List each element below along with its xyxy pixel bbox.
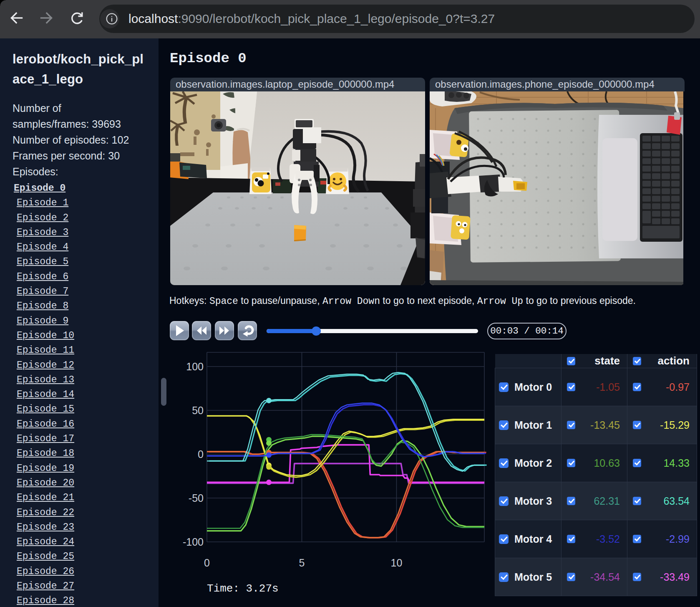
svg-text:0: 0 <box>198 448 204 460</box>
svg-text:100: 100 <box>186 361 204 372</box>
svg-text:50: 50 <box>192 405 204 416</box>
svg-text:-100: -100 <box>183 536 204 548</box>
svg-text:5: 5 <box>299 557 305 569</box>
svg-text:-50: -50 <box>189 492 204 504</box>
svg-text:10: 10 <box>391 557 403 569</box>
svg-text:Time: 3.27s: Time: 3.27s <box>207 582 279 595</box>
svg-text:0: 0 <box>204 557 210 569</box>
